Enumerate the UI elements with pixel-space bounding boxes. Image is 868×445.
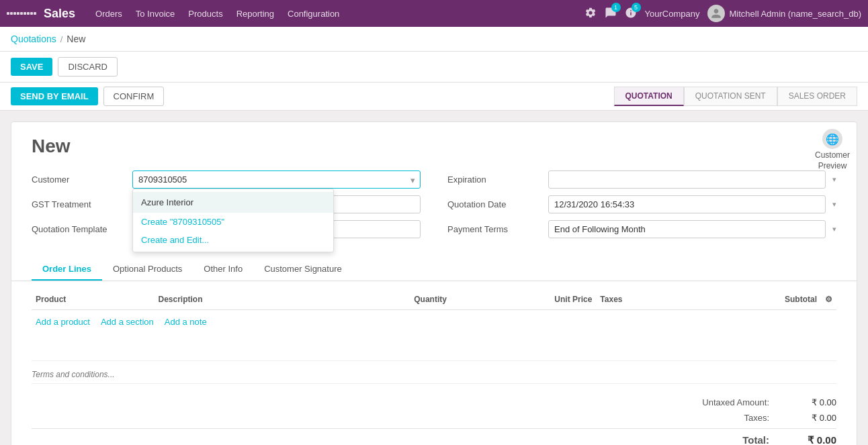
expiration-row: Expiration ▾ — [447, 170, 836, 189]
total-row: Total: ₹ 0.00 — [32, 428, 836, 445]
discuss-icon[interactable]: 1 — [605, 7, 617, 21]
quotation-date-row: Quotation Date ▾ — [447, 195, 836, 213]
customer-dropdown-menu: Azure Interior Create "8709310505" Creat… — [132, 189, 334, 252]
user-name: Mitchell Admin (name_search_db) — [729, 9, 861, 19]
expiration-input[interactable] — [548, 170, 826, 189]
globe-icon: 🌐 — [822, 129, 842, 149]
dropdown-option-azure[interactable]: Azure Interior — [133, 192, 333, 213]
company-name[interactable]: YourCompany — [645, 9, 700, 19]
customer-preview-label1: Customer — [815, 150, 850, 160]
col-settings[interactable]: ⚙ — [821, 289, 836, 310]
taxes-row: Taxes: ₹ 0.00 — [32, 410, 836, 426]
customer-preview-button[interactable]: 🌐 Customer Preview — [815, 129, 850, 170]
form-footer: Untaxed Amount: ₹ 0.00 Taxes: ₹ 0.00 Tot… — [11, 347, 857, 445]
top-navigation: Sales Orders To Invoice Products Reporti… — [0, 0, 868, 27]
expiration-label: Expiration — [447, 175, 541, 185]
col-quantity: Quantity — [321, 289, 451, 310]
totals-section: Untaxed Amount: ₹ 0.00 Taxes: ₹ 0.00 Tot… — [32, 395, 836, 445]
app-grid-icon[interactable] — [7, 12, 36, 15]
discard-button[interactable]: DISCARD — [58, 57, 118, 77]
tab-customer-signature[interactable]: Customer Signature — [253, 258, 353, 281]
untaxed-value: ₹ 0.00 — [783, 397, 836, 407]
template-label: Quotation Template — [32, 224, 126, 234]
untaxed-label: Untaxed Amount: — [675, 397, 769, 407]
send-email-button[interactable]: SEND BY EMAIL — [11, 87, 98, 105]
chat-icon[interactable]: 5 — [625, 7, 637, 21]
tab-quotation-sent[interactable]: QUOTATION SENT — [684, 87, 777, 106]
confirm-button[interactable]: CONFIRM — [103, 87, 165, 106]
customer-input[interactable] — [132, 170, 421, 189]
gst-label: GST Treatment — [32, 199, 126, 209]
terms-input[interactable] — [32, 370, 836, 384]
col-subtotal: Subtotal — [693, 289, 821, 310]
tab-sales-order[interactable]: SALES ORDER — [777, 87, 857, 106]
untaxed-amount-row: Untaxed Amount: ₹ 0.00 — [32, 395, 836, 410]
customer-preview-label2: Preview — [818, 161, 847, 170]
breadcrumb: Quotations / New — [0, 27, 868, 52]
add-note-link[interactable]: Add a note — [165, 317, 207, 327]
menu-reporting[interactable]: Reporting — [236, 9, 274, 19]
status-bar: SEND BY EMAIL CONFIRM QUOTATION QUOTATIO… — [0, 83, 868, 111]
payment-terms-label: Payment Terms — [447, 224, 541, 234]
save-button[interactable]: SAVE — [11, 58, 52, 76]
form-fields: Customer ▾ Azure Interior Create "870931… — [32, 170, 836, 245]
menu-orders[interactable]: Orders — [95, 9, 122, 19]
menu-to-invoice[interactable]: To Invoice — [136, 9, 175, 19]
col-taxes: Taxes — [596, 289, 693, 310]
menu-products[interactable]: Products — [188, 9, 222, 19]
taxes-label: Taxes: — [675, 413, 769, 423]
quotation-date-input[interactable] — [548, 195, 826, 213]
total-value: ₹ 0.00 — [783, 434, 836, 445]
total-label: Total: — [675, 434, 769, 445]
user-menu[interactable]: Mitchell Admin (name_search_db) — [707, 5, 861, 22]
dropdown-create[interactable]: Create "8709310505" — [133, 213, 333, 231]
tab-other-info[interactable]: Other Info — [193, 258, 253, 281]
form-body: New Customer ▾ Azure Interior Create — [11, 122, 857, 347]
add-links: Add a product Add a section Add a note — [32, 310, 836, 334]
breadcrumb-separator: / — [60, 34, 63, 44]
col-unit-price: Unit Price — [451, 289, 596, 310]
chat-badge: 5 — [632, 3, 641, 12]
order-lines-table: Product Description Quantity Unit Price … — [32, 289, 836, 310]
menu-configuration[interactable]: Configuration — [288, 9, 339, 19]
breadcrumb-current: New — [67, 34, 85, 44]
payment-terms-input[interactable] — [548, 220, 826, 238]
customer-row: Customer ▾ Azure Interior Create "870931… — [32, 170, 421, 189]
app-logo[interactable]: Sales — [44, 7, 75, 21]
form-title: New — [32, 136, 836, 157]
customer-label: Customer — [32, 175, 126, 185]
dropdown-create-edit[interactable]: Create and Edit... — [133, 231, 333, 249]
top-menu: Orders To Invoice Products Reporting Con… — [95, 9, 584, 19]
status-tabs: QUOTATION QUOTATION SENT SALES ORDER — [614, 87, 857, 106]
action-bar: SAVE DISCARD — [0, 52, 868, 83]
customer-dropdown-container: ▾ Azure Interior Create "8709310505" Cre… — [132, 170, 421, 189]
add-section-link[interactable]: Add a section — [101, 317, 154, 327]
taxes-value: ₹ 0.00 — [783, 413, 836, 423]
form-card: 🌐 Customer Preview New Customer ▾ — [11, 121, 857, 445]
breadcrumb-parent[interactable]: Quotations — [11, 34, 56, 44]
tab-quotation[interactable]: QUOTATION — [614, 87, 684, 106]
avatar — [707, 5, 725, 22]
main-content: 🌐 Customer Preview New Customer ▾ — [0, 111, 868, 445]
col-description: Description — [155, 289, 321, 310]
tab-optional-products[interactable]: Optional Products — [102, 258, 193, 281]
quotation-date-label: Quotation Date — [447, 199, 541, 209]
order-tabs: Order Lines Optional Products Other Info… — [11, 258, 857, 281]
col-product: Product — [32, 289, 155, 310]
top-right-actions: 1 5 YourCompany Mitchell Admin (name_sea… — [584, 5, 861, 22]
tab-order-lines[interactable]: Order Lines — [32, 258, 102, 281]
payment-terms-row: Payment Terms ▾ — [447, 220, 836, 238]
settings-icon[interactable] — [584, 7, 597, 21]
add-product-link[interactable]: Add a product — [36, 317, 90, 327]
discuss-badge: 1 — [611, 3, 621, 12]
